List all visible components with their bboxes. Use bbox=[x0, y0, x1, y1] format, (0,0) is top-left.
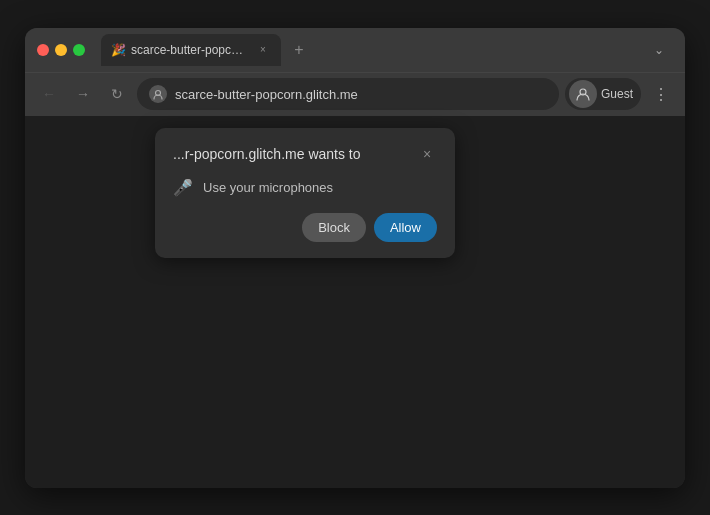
allow-button[interactable]: Allow bbox=[374, 213, 437, 242]
reload-button[interactable]: ↻ bbox=[103, 80, 131, 108]
tab-dropdown-button[interactable]: ⌄ bbox=[645, 36, 673, 64]
active-tab[interactable]: 🎉 scarce-butter-popcorn.glitch × bbox=[101, 34, 281, 66]
browser-window: 🎉 scarce-butter-popcorn.glitch × + ⌄ ← →… bbox=[25, 28, 685, 488]
popup-close-button[interactable]: × bbox=[417, 144, 437, 164]
more-options-button[interactable]: ⋮ bbox=[647, 80, 675, 108]
traffic-light-red[interactable] bbox=[37, 44, 49, 56]
permission-row: 🎤 Use your microphones bbox=[173, 178, 437, 197]
popup-actions: Block Allow bbox=[173, 213, 437, 242]
traffic-light-yellow[interactable] bbox=[55, 44, 67, 56]
microphone-icon: 🎤 bbox=[173, 178, 193, 197]
tab-bar: 🎉 scarce-butter-popcorn.glitch × + ⌄ bbox=[101, 34, 673, 66]
address-text: scarce-butter-popcorn.glitch.me bbox=[175, 87, 547, 102]
traffic-lights bbox=[37, 44, 85, 56]
new-tab-button[interactable]: + bbox=[285, 36, 313, 64]
profile-icon bbox=[569, 80, 597, 108]
traffic-light-green[interactable] bbox=[73, 44, 85, 56]
navigation-bar: ← → ↻ scarce-butter-popcorn.glitch.me Gu… bbox=[25, 72, 685, 116]
tab-favicon: 🎉 bbox=[111, 43, 125, 57]
tab-title: scarce-butter-popcorn.glitch bbox=[131, 43, 249, 57]
tab-close-button[interactable]: × bbox=[255, 42, 271, 58]
forward-button[interactable]: → bbox=[69, 80, 97, 108]
block-button[interactable]: Block bbox=[302, 213, 366, 242]
popup-header: ...r-popcorn.glitch.me wants to × bbox=[173, 144, 437, 164]
popup-title: ...r-popcorn.glitch.me wants to bbox=[173, 146, 361, 162]
address-bar[interactable]: scarce-butter-popcorn.glitch.me bbox=[137, 78, 559, 110]
permission-text: Use your microphones bbox=[203, 180, 333, 195]
permission-popup: ...r-popcorn.glitch.me wants to × 🎤 Use … bbox=[155, 128, 455, 258]
title-bar: 🎉 scarce-butter-popcorn.glitch × + ⌄ bbox=[25, 28, 685, 72]
site-security-icon bbox=[149, 85, 167, 103]
profile-label: Guest bbox=[601, 87, 633, 101]
page-content: ...r-popcorn.glitch.me wants to × 🎤 Use … bbox=[25, 116, 685, 488]
back-button[interactable]: ← bbox=[35, 80, 63, 108]
profile-button[interactable]: Guest bbox=[565, 78, 641, 110]
